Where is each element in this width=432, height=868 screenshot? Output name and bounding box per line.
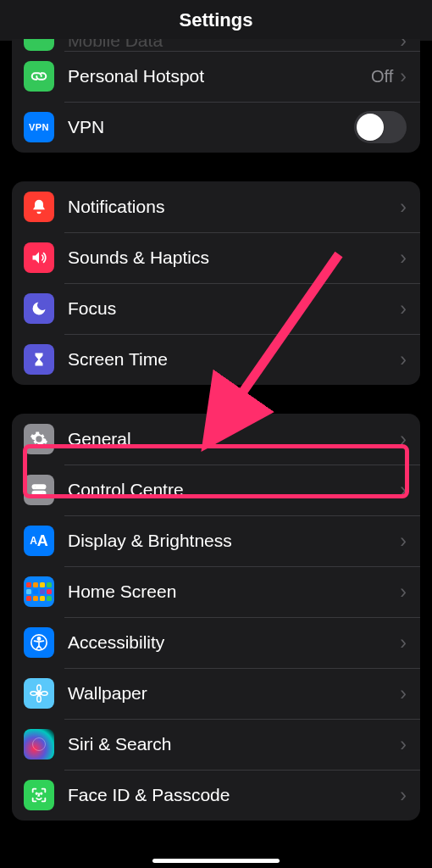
row-label: Personal Hotspot: [68, 66, 371, 86]
hourglass-icon: [24, 344, 54, 375]
chevron-icon: ›: [400, 430, 407, 449]
row-label: Control Centre: [68, 480, 400, 500]
chevron-icon: ›: [400, 39, 407, 51]
chevron-icon: ›: [400, 633, 407, 653]
svg-point-11: [33, 738, 46, 751]
header: Settings: [0, 0, 432, 41]
svg-point-13: [41, 793, 42, 793]
row-label: Notifications: [68, 197, 400, 217]
chevron-icon: ›: [400, 582, 407, 602]
chevron-icon: ›: [400, 198, 407, 217]
chevron-icon: ›: [400, 786, 407, 805]
chevron-icon: ›: [400, 350, 407, 370]
settings-scroll[interactable]: Mobile Data › Personal Hotspot Off › VPN…: [0, 41, 432, 868]
vpn-icon: VPN: [24, 112, 54, 142]
row-label: Display & Brightness: [68, 531, 400, 551]
row-label: Mobile Data: [68, 39, 400, 51]
row-screen-time[interactable]: Screen Time ›: [12, 334, 420, 385]
chevron-icon: ›: [400, 531, 407, 551]
group-general: General › Control Centre › AA Display & …: [12, 414, 420, 821]
row-label: Wallpaper: [68, 683, 400, 704]
row-focus[interactable]: Focus ›: [12, 283, 420, 334]
bell-icon: [24, 192, 54, 222]
mobile-data-icon: [24, 39, 54, 51]
switches-icon: [24, 475, 54, 505]
flower-icon: [24, 678, 54, 709]
speaker-icon: [24, 242, 54, 273]
row-personal-hotspot[interactable]: Personal Hotspot Off ›: [12, 51, 420, 102]
row-general[interactable]: General ›: [12, 414, 420, 465]
svg-point-7: [37, 685, 42, 691]
group-connectivity: Mobile Data › Personal Hotspot Off › VPN…: [12, 39, 420, 153]
gear-icon: [24, 424, 54, 454]
group-notifications: Notifications › Sounds & Haptics › Focus…: [12, 181, 420, 385]
row-control-centre[interactable]: Control Centre ›: [12, 465, 420, 515]
svg-point-1: [35, 486, 37, 488]
row-mobile-data[interactable]: Mobile Data ›: [12, 39, 420, 51]
row-label: Screen Time: [68, 349, 400, 370]
row-label: VPN: [68, 117, 354, 137]
moon-icon: [24, 293, 54, 324]
row-faceid[interactable]: Face ID & Passcode ›: [12, 770, 420, 821]
face-id-icon: [24, 780, 54, 810]
svg-point-10: [42, 692, 47, 696]
svg-point-6: [37, 692, 42, 696]
chevron-icon: ›: [400, 67, 407, 86]
row-label: Siri & Search: [68, 734, 400, 754]
svg-point-5: [37, 637, 40, 640]
svg-point-3: [42, 492, 44, 494]
svg-point-12: [36, 793, 37, 793]
siri-icon: [24, 729, 54, 760]
chevron-icon: ›: [400, 684, 407, 704]
link-icon: [24, 61, 54, 92]
row-wallpaper[interactable]: Wallpaper ›: [12, 668, 420, 719]
home-indicator[interactable]: [152, 859, 280, 863]
row-home-screen[interactable]: Home Screen ›: [12, 566, 420, 617]
svg-point-8: [37, 696, 42, 702]
row-sounds[interactable]: Sounds & Haptics ›: [12, 232, 420, 283]
svg-point-9: [30, 692, 36, 696]
chevron-icon: ›: [400, 299, 407, 319]
row-siri[interactable]: Siri & Search ›: [12, 719, 420, 770]
row-label: Sounds & Haptics: [68, 248, 400, 268]
accessibility-icon: [24, 627, 54, 658]
row-accessibility[interactable]: Accessibility ›: [12, 617, 420, 668]
row-value: Off: [371, 67, 393, 86]
text-size-icon: AA: [24, 526, 54, 556]
row-label: Home Screen: [68, 581, 400, 602]
page-title: Settings: [180, 9, 253, 31]
row-label: General: [68, 429, 400, 449]
row-label: Face ID & Passcode: [68, 785, 400, 805]
row-label: Focus: [68, 298, 400, 319]
row-notifications[interactable]: Notifications ›: [12, 181, 420, 232]
home-grid-icon: [24, 576, 54, 607]
chevron-icon: ›: [400, 735, 407, 754]
row-display[interactable]: AA Display & Brightness ›: [12, 515, 420, 566]
chevron-icon: ›: [400, 481, 407, 500]
chevron-icon: ›: [400, 248, 407, 268]
row-vpn[interactable]: VPN VPN: [12, 102, 420, 153]
vpn-toggle[interactable]: [354, 111, 407, 143]
row-label: Accessibility: [68, 632, 400, 653]
